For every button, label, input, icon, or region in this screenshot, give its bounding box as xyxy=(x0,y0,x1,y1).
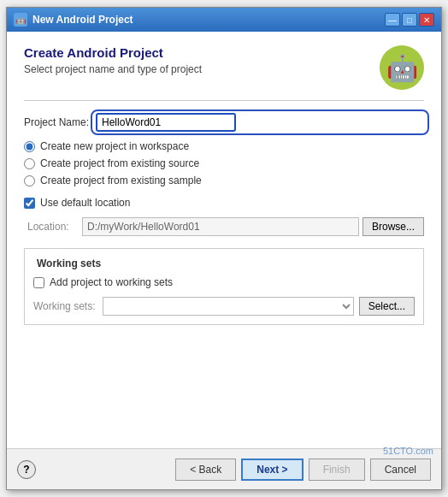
back-button[interactable]: < Back xyxy=(175,459,236,481)
working-sets-section: Working sets Add project to working sets… xyxy=(24,248,424,325)
title-bar-buttons: — □ ✕ xyxy=(385,13,434,27)
minimize-button[interactable]: — xyxy=(385,13,400,27)
use-default-location-label: Use default location xyxy=(40,197,130,209)
title-bar: 🤖 New Android Project — □ ✕ xyxy=(7,8,441,32)
window-icon: 🤖 xyxy=(14,13,27,27)
working-sets-label: Working sets: xyxy=(33,300,97,312)
location-row: Location: Browse... xyxy=(27,217,424,236)
project-name-wrapper xyxy=(96,113,424,132)
project-name-label: Project Name: xyxy=(24,116,89,128)
location-input[interactable] xyxy=(82,217,359,236)
header-text: Create Android Project Select project na… xyxy=(24,45,371,75)
radio-existing-sample[interactable] xyxy=(24,175,35,186)
use-default-location-checkbox[interactable] xyxy=(24,198,35,209)
radio-existing-source[interactable] xyxy=(24,158,35,169)
project-name-row: Project Name: xyxy=(24,113,424,132)
maximize-button[interactable]: □ xyxy=(402,13,417,27)
dialog-content: Create Android Project Select project na… xyxy=(7,32,441,448)
close-button[interactable]: ✕ xyxy=(419,13,434,27)
new-android-project-dialog: 🤖 New Android Project — □ ✕ Create Andro… xyxy=(6,7,442,490)
divider xyxy=(24,100,424,101)
navigation-buttons: < Back Next > Finish Cancel xyxy=(175,459,431,481)
add-to-working-sets-checkbox[interactable] xyxy=(33,277,44,288)
title-bar-left: 🤖 New Android Project xyxy=(14,13,133,27)
window-title: New Android Project xyxy=(32,14,133,26)
radio-row-0: Create new project in workspace xyxy=(24,140,424,152)
default-location-row: Use default location xyxy=(24,197,424,209)
header-area: Create Android Project Select project na… xyxy=(24,45,424,90)
working-sets-selector-row: Working sets: Select... xyxy=(33,297,415,316)
radio-row-1: Create project from existing source xyxy=(24,157,424,169)
browse-button[interactable]: Browse... xyxy=(363,217,424,236)
radio-row-2: Create project from existing sample xyxy=(24,175,424,186)
working-sets-select[interactable] xyxy=(103,297,354,316)
radio-label-0: Create new project in workspace xyxy=(40,140,189,152)
select-working-sets-button[interactable]: Select... xyxy=(359,297,415,316)
radio-label-2: Create project from existing sample xyxy=(40,175,202,186)
working-sets-title: Working sets xyxy=(37,257,415,269)
dialog-subtitle: Select project name and type of project xyxy=(24,63,371,75)
add-to-working-sets-row: Add project to working sets xyxy=(33,276,415,288)
bottom-bar: ? < Back Next > Finish Cancel xyxy=(7,448,441,489)
radio-new-project[interactable] xyxy=(24,141,35,152)
radio-label-1: Create project from existing source xyxy=(40,157,199,169)
android-icon: 🤖 xyxy=(386,53,418,83)
project-name-input[interactable] xyxy=(96,113,236,132)
project-type-radio-group: Create new project in workspace Create p… xyxy=(24,140,424,186)
help-button[interactable]: ? xyxy=(17,460,36,479)
android-logo: 🤖 xyxy=(380,45,424,90)
next-button[interactable]: Next > xyxy=(241,459,303,481)
finish-button[interactable]: Finish xyxy=(309,459,365,481)
add-to-working-sets-label: Add project to working sets xyxy=(50,276,173,288)
content-spacer xyxy=(24,337,424,435)
cancel-button[interactable]: Cancel xyxy=(370,459,431,481)
location-label: Location: xyxy=(27,221,75,233)
dialog-title: Create Android Project xyxy=(24,45,371,60)
